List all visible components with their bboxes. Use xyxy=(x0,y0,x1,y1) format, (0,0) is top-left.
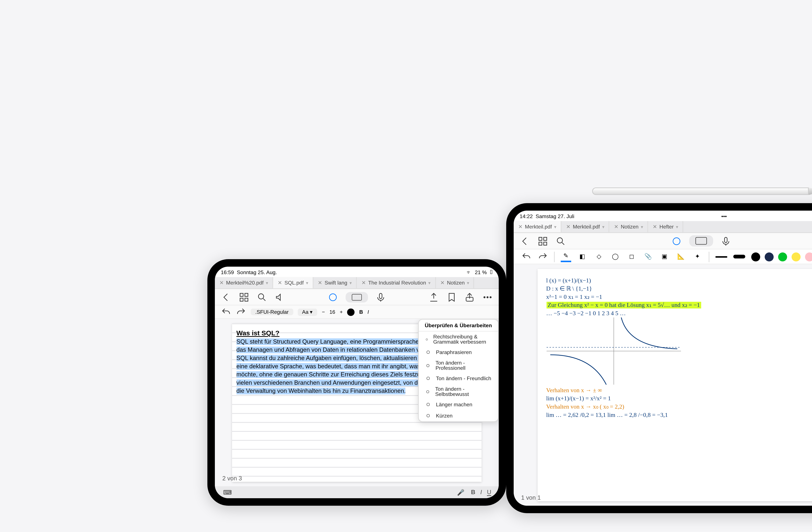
lasso-tool[interactable]: ◯ xyxy=(610,251,620,262)
more-icon[interactable] xyxy=(482,292,493,302)
close-icon[interactable]: ✕ xyxy=(318,280,322,286)
color-swatch[interactable] xyxy=(805,252,812,261)
undo-icon[interactable] xyxy=(221,306,231,317)
chevron-down-icon[interactable]: ▾ xyxy=(306,280,308,285)
keyboard-icon[interactable] xyxy=(689,235,713,246)
keyboard-icon[interactable] xyxy=(346,292,368,302)
chevron-down-icon[interactable]: ▾ xyxy=(467,280,469,285)
menu-item[interactable]: Ton ändern - Professionell xyxy=(419,358,498,373)
grid-icon[interactable] xyxy=(239,292,249,302)
back-icon[interactable] xyxy=(221,292,231,302)
close-icon[interactable]: ✕ xyxy=(440,280,445,286)
menu-item-label: Ton ändern - Professionell xyxy=(436,360,492,370)
back-icon[interactable] xyxy=(520,236,530,246)
color-swatch[interactable] xyxy=(765,252,774,261)
mic-icon[interactable] xyxy=(720,236,731,246)
eraser-tool[interactable]: ◇ xyxy=(594,251,604,262)
tab[interactable]: ✕Merkteil%20.pdf▾ xyxy=(215,277,273,288)
close-icon[interactable]: ✕ xyxy=(362,280,366,286)
mic-icon[interactable] xyxy=(376,292,386,302)
ai-icon[interactable] xyxy=(328,292,338,302)
kbd-bold[interactable]: B xyxy=(471,489,475,495)
close-icon[interactable]: ✕ xyxy=(518,224,523,230)
kbd-mic-icon[interactable]: 🎤 xyxy=(455,487,466,498)
tab[interactable]: ✕Notizen▾ xyxy=(610,221,648,232)
grid-icon[interactable] xyxy=(538,236,548,246)
chevron-down-icon[interactable]: ▾ xyxy=(602,224,605,229)
tab[interactable]: ✕Merkteil.pdf▾ xyxy=(562,221,609,232)
svg-rect-22 xyxy=(544,242,547,245)
share-icon[interactable] xyxy=(464,292,475,302)
kbd-italic[interactable]: I xyxy=(480,489,482,495)
redo-icon[interactable] xyxy=(236,306,246,317)
svg-point-23 xyxy=(557,238,562,243)
search-icon[interactable] xyxy=(555,236,566,246)
text-color[interactable] xyxy=(347,308,355,316)
close-icon[interactable]: ✕ xyxy=(653,224,657,230)
svg-rect-25 xyxy=(695,238,706,244)
redo-icon[interactable] xyxy=(538,251,548,262)
undo-icon[interactable] xyxy=(521,251,532,262)
tab[interactable]: ✕Swift lang▾ xyxy=(314,277,357,288)
tab-label: Notizen xyxy=(621,224,639,229)
color-swatch[interactable] xyxy=(792,252,800,261)
close-icon[interactable]: ✕ xyxy=(614,224,619,230)
menu-item-label: Ton ändern - Selbstbewusst xyxy=(435,386,492,397)
close-icon[interactable]: ✕ xyxy=(566,224,571,230)
tab[interactable]: ✕Notizen▾ xyxy=(436,277,474,288)
fontsize-plus[interactable]: + xyxy=(340,309,343,314)
search-icon[interactable] xyxy=(257,292,267,302)
color-swatch[interactable] xyxy=(778,252,787,261)
chevron-down-icon[interactable]: ▾ xyxy=(641,224,643,229)
audio-icon[interactable] xyxy=(275,292,285,302)
tab[interactable]: ✕Merkteil.pdf▾ xyxy=(514,221,562,232)
menu-item[interactable]: Länger machen xyxy=(419,399,498,410)
close-icon[interactable]: ✕ xyxy=(278,280,282,286)
context-menu: Überprüfen & Überarbeiten Rechtschreibun… xyxy=(418,319,499,422)
bookmark-icon[interactable] xyxy=(447,292,457,302)
shape-tool[interactable]: ◻ xyxy=(626,251,637,262)
chevron-down-icon[interactable]: ▾ xyxy=(349,280,352,285)
italic-button[interactable]: I xyxy=(367,309,369,314)
ruler-tool[interactable]: 📐 xyxy=(676,251,686,262)
menu-item[interactable]: Ton ändern - Freundlich xyxy=(419,373,498,384)
kbd-underline[interactable]: U xyxy=(487,489,491,495)
svg-point-17 xyxy=(427,403,430,406)
color-swatch[interactable] xyxy=(751,252,760,261)
menu-item-label: Rechtschreibung & Grammatik verbessern xyxy=(433,334,492,344)
ai-icon[interactable] xyxy=(671,236,681,246)
menu-item-label: Länger machen xyxy=(436,402,473,407)
tab[interactable]: ✕The Industrial Revolution▾ xyxy=(357,277,436,288)
laser-tool[interactable]: ✦ xyxy=(692,251,702,262)
stroke-thick[interactable] xyxy=(733,255,745,258)
menu-item[interactable]: Kürzen xyxy=(419,410,498,421)
menu-title: Überprüfen & Überarbeiten xyxy=(419,320,498,332)
keyboard-toggle-icon[interactable]: ⌨ xyxy=(222,487,233,498)
document-page[interactable]: l (x) = (x+1)/(x−1)D : x ∈ ℝ \ {1,−1}x²−… xyxy=(537,269,812,501)
close-icon[interactable]: ✕ xyxy=(219,280,224,286)
menu-item[interactable]: Ton ändern - Selbstbewusst xyxy=(419,384,498,399)
stroke-thin[interactable] xyxy=(715,256,727,257)
tab[interactable]: ✕Hefter▾ xyxy=(648,221,683,232)
chevron-down-icon[interactable]: ▾ xyxy=(554,224,556,229)
menu-item[interactable]: Paraphrasieren xyxy=(419,347,498,358)
svg-rect-2 xyxy=(240,298,243,301)
bold-button[interactable]: B xyxy=(359,309,363,314)
chevron-down-icon[interactable]: ▾ xyxy=(676,224,678,229)
multitask-icon[interactable]: ••• xyxy=(721,213,727,218)
font-select[interactable]: .SFUI-Regular xyxy=(251,308,293,315)
attach-tool[interactable]: 📎 xyxy=(643,251,653,262)
apple-pencil xyxy=(592,185,812,198)
tab[interactable]: ✕SQL.pdf▾ xyxy=(273,277,314,288)
highlighter-tool[interactable]: ◧ xyxy=(577,251,588,262)
fontsize-minus[interactable]: − xyxy=(322,309,325,314)
menu-item[interactable]: Rechtschreibung & Grammatik verbessern xyxy=(419,332,498,347)
chevron-down-icon[interactable]: ▾ xyxy=(266,280,268,285)
export-icon[interactable] xyxy=(429,292,439,302)
svg-point-12 xyxy=(426,338,427,340)
chevron-down-icon[interactable]: ▾ xyxy=(428,280,431,285)
function-graph xyxy=(546,317,681,385)
image-tool[interactable]: ▣ xyxy=(659,251,670,262)
textstyle-select[interactable]: Aa ▾ xyxy=(298,308,317,316)
pen-tool[interactable]: ✎ xyxy=(561,251,571,262)
